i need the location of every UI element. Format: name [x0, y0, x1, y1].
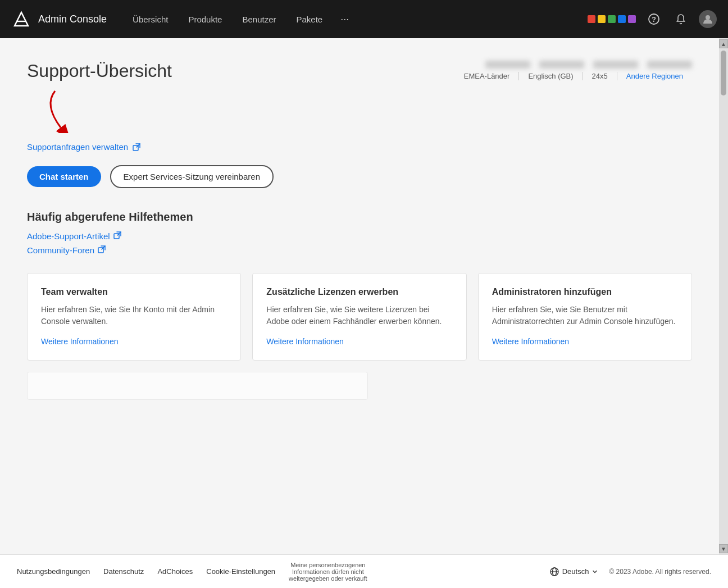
nav-benutzer[interactable]: Benutzer — [234, 0, 284, 38]
help-section-title: Häufig abgerufene Hilfethemen — [27, 211, 692, 224]
app-title: Admin Console — [38, 13, 107, 25]
user-avatar-button[interactable] — [699, 10, 717, 28]
footer-copyright: © 2023 Adobe. All rights reserved. — [609, 568, 711, 576]
support-meta-area: EMEA-Länder Englisch (GB) 24x5 Andere Re… — [464, 61, 692, 80]
card-link-2[interactable]: Weitere Informationen — [492, 337, 569, 346]
topnav-right-area: ? — [588, 10, 717, 28]
help-icon: ? — [648, 13, 659, 25]
info-cards-row: Team verwalten Hier erfahren Sie, wie Si… — [27, 273, 692, 361]
footer-nutzungsbedingungen[interactable]: Nutzungsbedingungen — [17, 567, 90, 576]
nav-ubersicht[interactable]: Übersicht — [125, 0, 176, 38]
page-footer: Nutzungsbedingungen Datenschutz AdChoice… — [0, 554, 728, 588]
language-selector[interactable]: Deutsch — [550, 567, 598, 576]
partial-cards-row — [27, 372, 692, 400]
scrollbar-down-button[interactable]: ▼ — [719, 544, 728, 553]
nav-more-button[interactable]: ··· — [335, 13, 354, 25]
meta-support-level: 24x5 — [583, 72, 617, 80]
scrollbar-thumb[interactable] — [721, 51, 726, 95]
blurred-block-2 — [539, 61, 584, 69]
card-title-0: Team verwalten — [41, 287, 227, 297]
other-regions-link[interactable]: Andere Regionen — [626, 72, 683, 80]
scrollbar-up-button[interactable]: ▲ — [719, 39, 728, 48]
org-badge[interactable] — [588, 15, 636, 23]
action-buttons-row: Chat starten Expert Services-Sitzung ver… — [27, 165, 692, 188]
org-color-3 — [608, 15, 616, 23]
manage-support-link[interactable]: Supportanfragen verwalten — [27, 142, 128, 152]
card-link-0[interactable]: Weitere Informationen — [41, 337, 118, 346]
org-color-1 — [588, 15, 595, 23]
annotation-arrow — [38, 88, 72, 133]
globe-icon — [550, 567, 559, 576]
svg-point-5 — [706, 15, 710, 20]
footer-center-text: Meine personenbezogenen Informationen dü… — [289, 562, 367, 582]
support-meta-row: EMEA-Länder Englisch (GB) 24x5 Andere Re… — [464, 72, 692, 80]
top-navigation: Admin Console Übersicht Produkte Benutze… — [0, 0, 728, 38]
help-icon-button[interactable]: ? — [645, 10, 663, 28]
blurred-block-4 — [647, 61, 692, 69]
adobe-logo-icon — [11, 9, 31, 29]
user-icon — [703, 14, 713, 24]
meta-region: EMEA-Länder — [464, 72, 520, 80]
org-color-2 — [598, 15, 606, 23]
blurred-org-info — [485, 61, 692, 69]
footer-cookie[interactable]: Cookie-Einstellungen — [206, 567, 275, 576]
arrow-annotation-area — [27, 88, 692, 133]
scrollbar-track[interactable]: ▲ ▼ — [719, 38, 728, 554]
manage-support-row: Supportanfragen verwalten — [27, 142, 692, 152]
blurred-block-3 — [593, 61, 638, 69]
partial-card-left — [27, 372, 368, 400]
chat-starten-button[interactable]: Chat starten — [27, 166, 101, 187]
org-color-5 — [628, 15, 636, 23]
card-body-0: Hier erfahren Sie, wie Sie Ihr Konto mit… — [41, 304, 227, 327]
external-link-icon-2 — [98, 245, 106, 255]
logo-area[interactable]: Admin Console — [11, 9, 107, 29]
footer-text-2: Informationen dürfen nicht — [292, 568, 364, 575]
external-link-icon-1 — [113, 231, 121, 241]
community-foren-link[interactable]: Community-Foren — [27, 245, 692, 255]
card-team-verwalten: Team verwalten Hier erfahren Sie, wie Si… — [27, 273, 241, 361]
card-title-2: Administratoren hinzufügen — [492, 287, 678, 297]
adobe-support-artikel-link[interactable]: Adobe-Support-Artikel — [27, 231, 692, 241]
card-lizenzen-erwerben: Zusätzliche Lizenzen erwerben Hier erfah… — [252, 273, 466, 361]
card-body-1: Hier erfahren Sie, wie Sie weitere Lizen… — [266, 304, 452, 327]
main-content: Support-Übersicht EMEA-Länder Englisch (… — [0, 38, 719, 554]
footer-text-3: weitergegeben oder verkauft — [289, 575, 367, 582]
help-section: Häufig abgerufene Hilfethemen Adobe-Supp… — [27, 211, 692, 255]
footer-datenschutz[interactable]: Datenschutz — [103, 567, 144, 576]
meta-language: Englisch (GB) — [519, 72, 583, 80]
chevron-down-icon — [592, 569, 598, 575]
notification-icon-button[interactable] — [672, 10, 690, 28]
page-title: Support-Übersicht — [27, 61, 172, 81]
nav-pakete[interactable]: Pakete — [289, 0, 331, 38]
blurred-block-1 — [485, 61, 530, 69]
svg-text:?: ? — [652, 15, 656, 24]
card-title-1: Zusätzliche Lizenzen erwerben — [266, 287, 452, 297]
scroll-fade — [27, 400, 692, 417]
footer-text-1: Meine personenbezogenen — [290, 562, 365, 568]
external-link-icon — [133, 143, 140, 151]
card-administratoren-hinzufugen: Administratoren hinzufügen Hier erfahren… — [478, 273, 692, 361]
footer-adchoices[interactable]: AdChoices — [157, 567, 193, 576]
nav-produkte[interactable]: Produkte — [180, 0, 230, 38]
card-link-1[interactable]: Weitere Informationen — [266, 337, 343, 346]
org-color-4 — [618, 15, 626, 23]
partial-card-spacer — [379, 372, 692, 400]
expert-services-button[interactable]: Expert Services-Sitzung vereinbaren — [110, 165, 274, 188]
page-header: Support-Übersicht EMEA-Länder Englisch (… — [27, 61, 692, 81]
bell-icon — [675, 13, 686, 25]
footer-language-label: Deutsch — [562, 567, 589, 576]
card-body-2: Hier erfahren Sie, wie Sie Benutzer mit … — [492, 304, 678, 327]
main-nav: Übersicht Produkte Benutzer Pakete ··· — [125, 0, 588, 38]
